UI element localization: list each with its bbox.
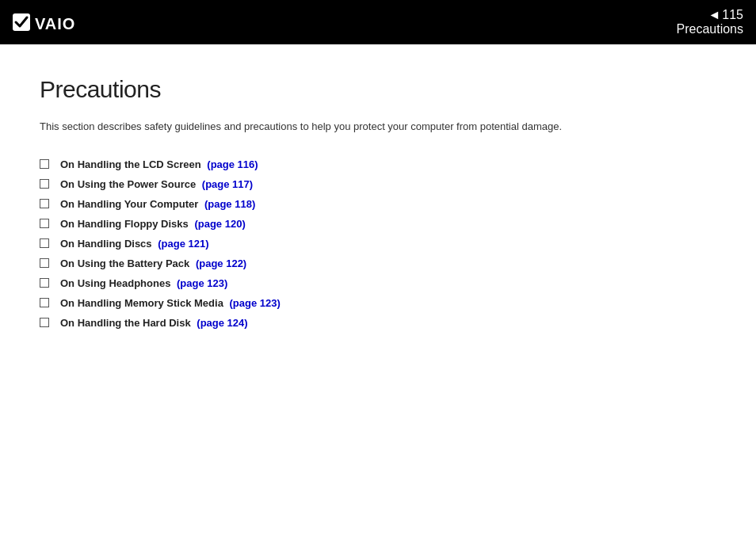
- checkbox-icon: [40, 159, 49, 169]
- toc-item-label: On Handling Memory Stick Media (page 123…: [60, 297, 281, 309]
- toc-item-label: On Using the Battery Pack (page 122): [60, 257, 246, 269]
- checkbox-icon: [40, 258, 49, 268]
- toc-item-link-toc-power[interactable]: (page 117): [202, 178, 253, 190]
- toc-list-item: On Using the Battery Pack (page 122): [40, 257, 716, 269]
- checkbox-icon: [40, 278, 49, 288]
- toc-list: On Handling the LCD Screen (page 116)On …: [40, 158, 716, 329]
- section-label: Precautions: [677, 22, 744, 36]
- checkbox-icon: [40, 318, 49, 327]
- toc-item-label: On Handling Floppy Disks (page 120): [60, 218, 246, 230]
- toc-item-label: On Using the Power Source (page 117): [60, 178, 253, 190]
- page-title: Precautions: [40, 76, 716, 103]
- toc-item-label: On Using Headphones (page 123): [60, 277, 227, 289]
- toc-list-item: On Handling Your Computer (page 118): [40, 198, 716, 210]
- toc-item-link-toc-headphones[interactable]: (page 123): [177, 277, 227, 289]
- page-number: 115: [722, 8, 743, 22]
- toc-item-link-toc-floppy[interactable]: (page 120): [194, 218, 245, 230]
- toc-item-label: On Handling Your Computer (page 118): [60, 198, 255, 210]
- checkbox-icon: [40, 298, 49, 307]
- header-nav-row: ◄ 115: [708, 8, 743, 22]
- checkbox-icon: [40, 199, 49, 208]
- toc-list-item: On Handling Discs (page 121): [40, 238, 716, 250]
- toc-item-link-toc-memory[interactable]: (page 123): [229, 297, 280, 309]
- svg-text:VAIO: VAIO: [35, 15, 75, 32]
- toc-list-item: On Using Headphones (page 123): [40, 277, 716, 289]
- toc-list-item: On Using the Power Source (page 117): [40, 178, 716, 190]
- toc-list-item: On Handling the Hard Disk (page 124): [40, 317, 716, 329]
- toc-item-label: On Handling the LCD Screen (page 116): [60, 158, 258, 170]
- header-right: ◄ 115 Precautions: [677, 8, 744, 36]
- vaio-logo-container: VAIO: [13, 10, 84, 34]
- checkbox-icon: [40, 219, 49, 228]
- toc-item-link-toc-computer[interactable]: (page 118): [204, 198, 255, 210]
- toc-item-link-toc-discs[interactable]: (page 121): [158, 238, 208, 250]
- toc-list-item: On Handling Memory Stick Media (page 123…: [40, 297, 716, 309]
- toc-item-link-toc-lcd[interactable]: (page 116): [207, 158, 258, 170]
- toc-item-label: On Handling the Hard Disk (page 124): [60, 317, 248, 329]
- toc-item-label: On Handling Discs (page 121): [60, 238, 209, 250]
- toc-list-item: On Handling Floppy Disks (page 120): [40, 218, 716, 230]
- main-content: Precautions This section describes safet…: [0, 44, 756, 360]
- intro-text: This section describes safety guidelines…: [40, 119, 716, 135]
- toc-item-link-toc-battery[interactable]: (page 122): [196, 257, 246, 269]
- nav-arrow: ◄: [708, 8, 720, 22]
- header: VAIO ◄ 115 Precautions: [0, 0, 756, 44]
- checkbox-icon: [40, 238, 49, 248]
- toc-list-item: On Handling the LCD Screen (page 116): [40, 158, 716, 170]
- checkbox-icon: [40, 179, 49, 189]
- toc-item-link-toc-harddisk[interactable]: (page 124): [197, 317, 247, 329]
- vaio-logo: VAIO: [13, 10, 84, 34]
